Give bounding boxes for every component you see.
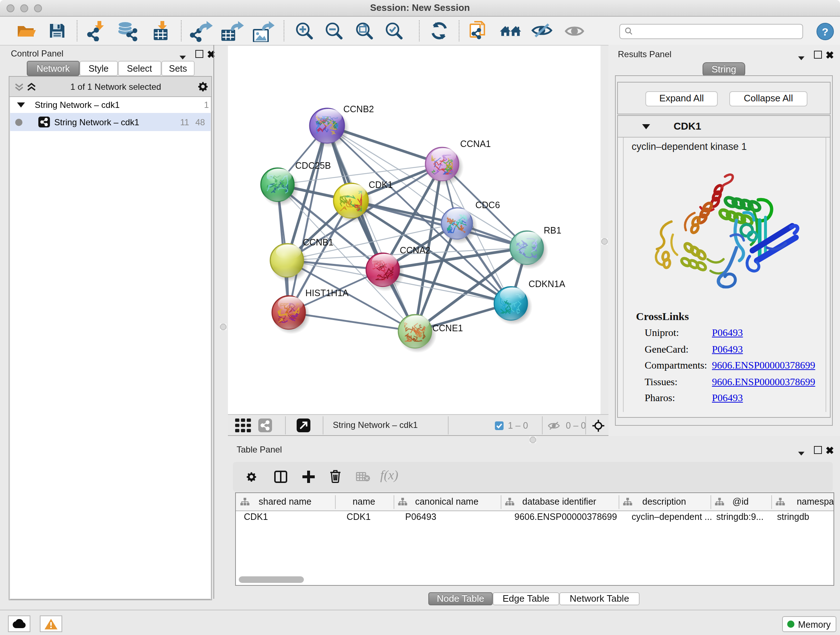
svg-text:HIST1H1A: HIST1H1A (305, 288, 349, 298)
svg-text:CDC6: CDC6 (475, 200, 500, 210)
svg-text:CDK1: CDK1 (369, 180, 393, 190)
svg-text:CCNE1: CCNE1 (432, 323, 463, 333)
svg-text:CDC25B: CDC25B (295, 160, 331, 171)
svg-text:CCNB2: CCNB2 (343, 104, 374, 114)
svg-text:CCNA2: CCNA2 (400, 245, 431, 255)
svg-text:CCNB1: CCNB1 (303, 237, 333, 247)
svg-text:CCNA1: CCNA1 (460, 139, 491, 149)
svg-text:CDKN1A: CDKN1A (529, 279, 565, 289)
svg-text:RB1: RB1 (544, 225, 561, 235)
svg-text:?: ? (822, 26, 829, 38)
